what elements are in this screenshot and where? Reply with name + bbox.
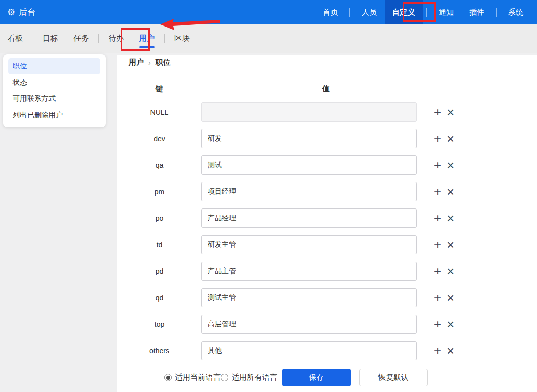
- radio-all-languages[interactable]: 适用所有语言: [221, 373, 277, 382]
- subnav-tab-用户[interactable]: 用户: [139, 24, 155, 53]
- sidebar: 职位状态可用联系方式列出已删除用户: [3, 54, 106, 127]
- form-footer: 适用当前语言 适用所有语言 保存 恢复默认: [164, 369, 537, 386]
- topbar-item-首页[interactable]: 首页: [315, 0, 346, 24]
- remove-row-icon[interactable]: ×: [447, 238, 454, 251]
- main-content: 用户 › 职位 键 值 NULL+×dev+×qa+×pm+×po+×td+×p…: [117, 55, 537, 392]
- value-input[interactable]: [201, 129, 417, 148]
- radio-current-language-label: 适用当前语言: [175, 373, 221, 382]
- add-row-icon[interactable]: +: [434, 133, 441, 145]
- breadcrumb-parent[interactable]: 用户: [129, 58, 144, 67]
- radio-all-languages-label: 适用所有语言: [232, 373, 277, 382]
- add-row-icon[interactable]: +: [434, 345, 441, 357]
- remove-row-icon[interactable]: ×: [447, 265, 454, 278]
- table-row: top+×: [117, 315, 537, 334]
- restore-default-button[interactable]: 恢复默认: [359, 369, 428, 386]
- divider: [164, 34, 165, 43]
- table-row: qa+×: [117, 155, 537, 175]
- value-input[interactable]: [201, 182, 417, 201]
- remove-row-icon[interactable]: ×: [447, 291, 454, 304]
- topbar-item-通知[interactable]: 通知: [431, 0, 462, 24]
- row-key-label: po: [117, 214, 201, 222]
- remove-row-icon[interactable]: ×: [447, 185, 454, 198]
- subnav-tab-待办[interactable]: 待办: [109, 24, 124, 53]
- remove-row-icon[interactable]: ×: [447, 212, 454, 225]
- table-row: others+×: [117, 341, 537, 360]
- add-row-icon[interactable]: +: [434, 186, 441, 198]
- chevron-right-icon: ›: [148, 59, 151, 67]
- add-row-icon[interactable]: +: [434, 318, 441, 330]
- divider: [426, 8, 427, 17]
- value-input[interactable]: [201, 341, 417, 360]
- sidebar-item-职位[interactable]: 职位: [8, 58, 100, 74]
- divider: [496, 8, 497, 17]
- subnav-tab-区块[interactable]: 区块: [174, 24, 190, 53]
- add-row-icon[interactable]: +: [434, 159, 441, 171]
- row-key-label: td: [117, 241, 201, 249]
- remove-row-icon[interactable]: ×: [447, 106, 454, 119]
- topbar: ⚙ 后台 首页人员自定义通知插件系统: [0, 0, 537, 24]
- row-key-label: others: [117, 347, 201, 355]
- subnav-tab-看板[interactable]: 看板: [8, 24, 23, 53]
- save-button[interactable]: 保存: [282, 369, 351, 386]
- breadcrumb-current: 职位: [156, 58, 171, 67]
- row-key-label: pm: [117, 188, 201, 196]
- table-row: dev+×: [117, 129, 537, 148]
- topbar-nav: 首页人员自定义通知插件系统: [315, 0, 531, 24]
- add-row-icon[interactable]: +: [434, 239, 441, 251]
- table-row: NULL+×: [117, 102, 537, 122]
- subnav-tab-目标[interactable]: 目标: [43, 24, 58, 53]
- table-row: qd+×: [117, 288, 537, 307]
- key-column-header: 键: [117, 84, 201, 94]
- radio-button-icon[interactable]: [164, 374, 172, 381]
- topbar-item-自定义[interactable]: 自定义: [385, 0, 423, 24]
- value-input[interactable]: [201, 262, 417, 281]
- topbar-item-系统[interactable]: 系统: [500, 0, 531, 24]
- table-rows: NULL+×dev+×qa+×pm+×po+×td+×pd+×qd+×top+×…: [117, 102, 537, 360]
- row-key-label: qd: [117, 294, 201, 302]
- subnav: 看板目标任务待办用户区块: [0, 24, 537, 53]
- value-input[interactable]: [201, 208, 417, 228]
- topbar-item-人员[interactable]: 人员: [354, 0, 385, 24]
- value-column-header: 值: [322, 84, 330, 94]
- value-input[interactable]: [201, 155, 417, 175]
- table-row: pm+×: [117, 182, 537, 201]
- app-brand[interactable]: ⚙ 后台: [7, 7, 35, 18]
- row-key-label: top: [117, 320, 201, 328]
- value-input[interactable]: [201, 235, 417, 254]
- add-row-icon[interactable]: +: [434, 106, 441, 118]
- row-key-label: qa: [117, 161, 201, 169]
- sidebar-item-列出已删除用户[interactable]: 列出已删除用户: [8, 107, 100, 123]
- radio-button-icon[interactable]: [221, 374, 228, 381]
- topbar-item-插件[interactable]: 插件: [462, 0, 492, 24]
- table-row: po+×: [117, 208, 537, 228]
- remove-row-icon[interactable]: ×: [447, 318, 454, 331]
- add-row-icon[interactable]: +: [434, 292, 441, 304]
- add-row-icon[interactable]: +: [434, 265, 441, 277]
- remove-row-icon[interactable]: ×: [447, 344, 454, 357]
- breadcrumb: 用户 › 职位: [117, 55, 537, 71]
- table-header: 键 值: [117, 84, 537, 94]
- table-row: td+×: [117, 235, 537, 254]
- divider: [349, 8, 350, 17]
- row-key-label: dev: [117, 135, 201, 143]
- table-row: pd+×: [117, 262, 537, 281]
- value-input: [201, 102, 417, 122]
- row-key-label: pd: [117, 267, 201, 275]
- row-key-label: NULL: [117, 108, 201, 116]
- remove-row-icon[interactable]: ×: [447, 132, 454, 145]
- radio-current-language[interactable]: 适用当前语言: [164, 373, 221, 382]
- sidebar-item-可用联系方式[interactable]: 可用联系方式: [8, 91, 100, 107]
- subnav-tab-任务[interactable]: 任务: [73, 24, 89, 53]
- gear-icon: ⚙: [7, 8, 15, 17]
- sidebar-item-状态[interactable]: 状态: [8, 74, 100, 91]
- app-title: 后台: [19, 7, 35, 18]
- divider: [33, 34, 33, 43]
- value-input[interactable]: [201, 288, 417, 307]
- value-input[interactable]: [201, 315, 417, 334]
- add-row-icon[interactable]: +: [434, 212, 441, 224]
- key-value-table: 键 值 NULL+×dev+×qa+×pm+×po+×td+×pd+×qd+×t…: [117, 84, 537, 386]
- divider: [98, 34, 99, 43]
- remove-row-icon[interactable]: ×: [447, 159, 454, 172]
